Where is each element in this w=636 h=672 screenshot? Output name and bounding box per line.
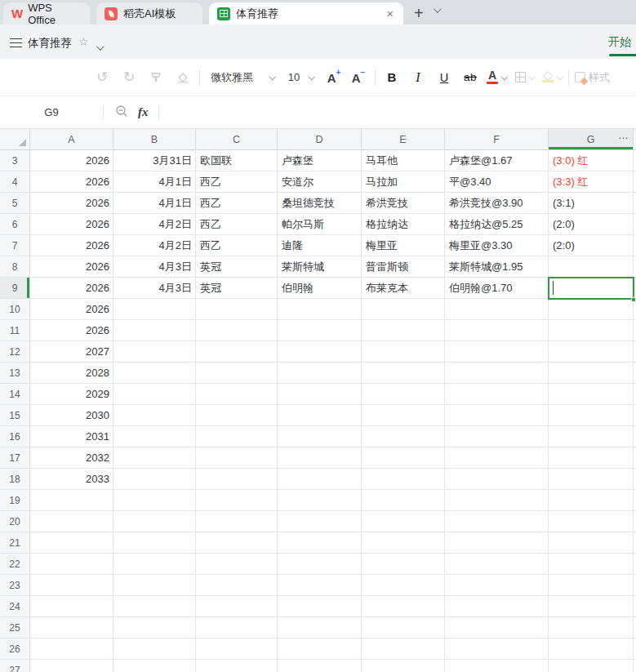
row-header-15[interactable]: 15 bbox=[0, 405, 30, 426]
close-tab-icon[interactable]: × bbox=[385, 7, 395, 20]
cell-E10[interactable] bbox=[362, 299, 445, 320]
row-header-8[interactable]: 8 bbox=[0, 256, 30, 278]
cell-F18[interactable] bbox=[445, 469, 549, 490]
redo-button[interactable]: ↻ bbox=[118, 66, 140, 89]
cell-B3[interactable]: 3月31日 bbox=[113, 150, 196, 171]
cell-A20[interactable] bbox=[30, 511, 113, 532]
cell-D16[interactable] bbox=[278, 426, 362, 447]
cell-E27[interactable] bbox=[362, 660, 445, 672]
selected-cell-outline[interactable] bbox=[548, 277, 634, 300]
cell-A10[interactable]: 2026 bbox=[30, 299, 113, 320]
insert-function-button[interactable]: fx bbox=[138, 105, 149, 119]
row-header-6[interactable]: 6 bbox=[0, 214, 30, 235]
cell-E9[interactable]: 布莱克本 bbox=[362, 278, 445, 299]
cell-F12[interactable] bbox=[445, 341, 549, 363]
cell-E5[interactable]: 希洪竞技 bbox=[362, 193, 445, 214]
cell-E23[interactable] bbox=[362, 575, 445, 596]
cell-G14[interactable] bbox=[549, 384, 634, 405]
hamburger-menu-icon[interactable] bbox=[10, 38, 22, 47]
row-header-17[interactable]: 17 bbox=[0, 447, 30, 469]
cell-C20[interactable] bbox=[196, 511, 278, 532]
cell-F5[interactable]: 希洪竞技@3.90 bbox=[445, 193, 549, 214]
cell-F24[interactable] bbox=[445, 596, 549, 617]
cell-C22[interactable] bbox=[196, 554, 278, 575]
cell-D9[interactable]: 伯明翰 bbox=[278, 278, 362, 299]
cell-D13[interactable] bbox=[278, 363, 362, 384]
cell-G27[interactable] bbox=[549, 660, 634, 672]
cell-D18[interactable] bbox=[278, 469, 362, 490]
cell-G24[interactable] bbox=[549, 596, 634, 617]
cell-C18[interactable] bbox=[196, 469, 278, 490]
cell-C7[interactable]: 西乙 bbox=[196, 235, 278, 256]
column-header-D[interactable]: D bbox=[278, 129, 362, 150]
cell-A23[interactable] bbox=[30, 575, 113, 596]
cell-C23[interactable] bbox=[196, 575, 278, 596]
cell-C21[interactable] bbox=[196, 532, 278, 554]
cell-A6[interactable]: 2026 bbox=[30, 214, 113, 235]
cell-C9[interactable]: 英冠 bbox=[196, 278, 278, 299]
cell-C3[interactable]: 欧国联 bbox=[196, 150, 278, 171]
cell-D19[interactable] bbox=[278, 490, 362, 511]
cell-G17[interactable] bbox=[549, 447, 634, 469]
row-header-5[interactable]: 5 bbox=[0, 193, 30, 214]
strikethrough-button[interactable]: ab bbox=[460, 66, 481, 89]
cell-F15[interactable] bbox=[445, 405, 549, 426]
cell-A15[interactable]: 2030 bbox=[30, 405, 113, 426]
row-header-7[interactable]: 7 bbox=[0, 235, 30, 256]
tab-wps-office[interactable]: W WPS Office bbox=[3, 2, 90, 24]
cell-A3[interactable]: 2026 bbox=[30, 150, 113, 171]
cell-A27[interactable] bbox=[30, 660, 113, 672]
cell-G12[interactable] bbox=[549, 341, 634, 363]
cell-C27[interactable] bbox=[196, 660, 278, 672]
cell-C17[interactable] bbox=[196, 447, 278, 469]
cell-B27[interactable] bbox=[113, 660, 196, 672]
cell-D26[interactable] bbox=[278, 639, 362, 660]
ribbon-tab-home[interactable]: 开始 bbox=[608, 35, 636, 50]
row-header-14[interactable]: 14 bbox=[0, 384, 30, 405]
cell-G3[interactable]: (3:0) 红 bbox=[549, 150, 634, 171]
cell-A25[interactable] bbox=[30, 617, 113, 639]
cell-D27[interactable] bbox=[278, 660, 362, 672]
row-header-13[interactable]: 13 bbox=[0, 363, 30, 384]
cell-G11[interactable] bbox=[549, 320, 634, 341]
cell-E18[interactable] bbox=[362, 469, 445, 490]
cell-B10[interactable] bbox=[113, 299, 196, 320]
cell-B12[interactable] bbox=[113, 341, 196, 363]
cell-A18[interactable]: 2033 bbox=[30, 469, 113, 490]
cell-B16[interactable] bbox=[113, 426, 196, 447]
cell-F20[interactable] bbox=[445, 511, 549, 532]
underline-button[interactable]: U bbox=[434, 66, 455, 89]
row-header-19[interactable]: 19 bbox=[0, 490, 30, 511]
cell-D21[interactable] bbox=[278, 532, 362, 554]
cell-G15[interactable] bbox=[549, 405, 634, 426]
cell-D17[interactable] bbox=[278, 447, 362, 469]
cell-C16[interactable] bbox=[196, 426, 278, 447]
cell-E17[interactable] bbox=[362, 447, 445, 469]
cell-F10[interactable] bbox=[445, 299, 549, 320]
row-header-24[interactable]: 24 bbox=[0, 596, 30, 617]
title-chevron-icon[interactable] bbox=[96, 39, 102, 54]
cell-E12[interactable] bbox=[362, 341, 445, 363]
cell-F7[interactable]: 梅里亚@3.30 bbox=[445, 235, 549, 256]
cell-A16[interactable]: 2031 bbox=[30, 426, 113, 447]
cell-B20[interactable] bbox=[113, 511, 196, 532]
cell-A4[interactable]: 2026 bbox=[30, 171, 113, 193]
cell-E13[interactable] bbox=[362, 363, 445, 384]
cell-D10[interactable] bbox=[278, 299, 362, 320]
cell-D12[interactable] bbox=[278, 341, 362, 363]
row-header-11[interactable]: 11 bbox=[0, 320, 30, 341]
cell-G6[interactable]: (2:0) bbox=[549, 214, 634, 235]
cell-F4[interactable]: 平@3.40 bbox=[445, 171, 549, 193]
formula-input[interactable] bbox=[159, 96, 636, 128]
zoom-out-icon[interactable] bbox=[115, 105, 128, 121]
cell-D22[interactable] bbox=[278, 554, 362, 575]
cell-D20[interactable] bbox=[278, 511, 362, 532]
row-header-22[interactable]: 22 bbox=[0, 554, 30, 575]
column-header-C[interactable]: C bbox=[196, 129, 278, 150]
cell-F19[interactable] bbox=[445, 490, 549, 511]
cell-B7[interactable]: 4月2日 bbox=[113, 235, 196, 256]
cell-B23[interactable] bbox=[113, 575, 196, 596]
cell-D15[interactable] bbox=[278, 405, 362, 426]
cell-D14[interactable] bbox=[278, 384, 362, 405]
cell-B18[interactable] bbox=[113, 469, 196, 490]
